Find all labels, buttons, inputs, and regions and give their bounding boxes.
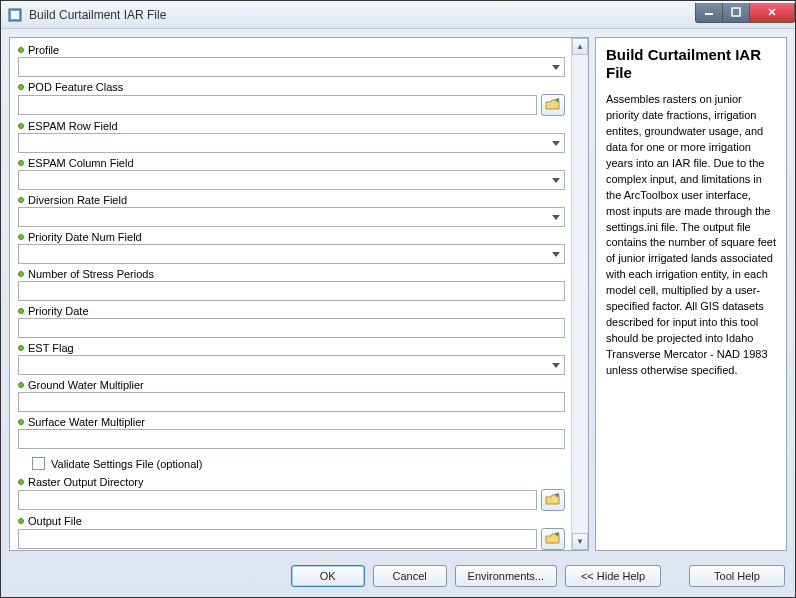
field-label: Number of Stress Periods: [28, 268, 154, 280]
required-indicator-icon: [18, 345, 24, 351]
required-indicator-icon: [18, 419, 24, 425]
minimize-button[interactable]: [695, 3, 723, 23]
required-indicator-icon: [18, 234, 24, 240]
field-label: Raster Output Directory: [28, 476, 144, 488]
dialog-window: Build Curtailment IAR File Profile POD F…: [0, 0, 796, 598]
parameters-panel: Profile POD Feature Class ESPAM Row Fiel…: [9, 37, 589, 551]
browse-button[interactable]: [541, 528, 565, 550]
priority-date-input[interactable]: [18, 318, 565, 338]
raster-output-input[interactable]: [18, 490, 537, 510]
button-bar: OK Cancel Environments... << Hide Help T…: [1, 559, 795, 597]
field-priority-date-num: Priority Date Num Field: [18, 231, 565, 264]
field-espam-column: ESPAM Column Field: [18, 157, 565, 190]
required-indicator-icon: [18, 47, 24, 53]
espam-column-dropdown[interactable]: [18, 170, 565, 190]
field-label: ESPAM Row Field: [28, 120, 118, 132]
gw-multiplier-input[interactable]: [18, 392, 565, 412]
browse-button[interactable]: [541, 94, 565, 116]
field-output-file: Output File: [18, 515, 565, 550]
field-validate-settings: Validate Settings File (optional): [18, 453, 565, 476]
diversion-rate-dropdown[interactable]: [18, 207, 565, 227]
field-label: EST Flag: [28, 342, 74, 354]
folder-open-icon: [545, 98, 561, 112]
required-indicator-icon: [18, 518, 24, 524]
priority-date-num-dropdown[interactable]: [18, 244, 565, 264]
field-label: Profile: [28, 44, 59, 56]
field-label: Validate Settings File (optional): [51, 458, 202, 470]
scroll-down-button[interactable]: ▼: [572, 533, 588, 550]
svg-rect-2: [705, 13, 713, 15]
required-indicator-icon: [18, 84, 24, 90]
required-indicator-icon: [18, 479, 24, 485]
content-area: Profile POD Feature Class ESPAM Row Fiel…: [1, 29, 795, 559]
app-icon: [7, 7, 23, 23]
validate-settings-checkbox[interactable]: [32, 457, 45, 470]
help-body: Assembles rasters on junior priority dat…: [606, 92, 776, 379]
folder-open-icon: [545, 532, 561, 546]
field-label: POD Feature Class: [28, 81, 123, 93]
field-stress-periods: Number of Stress Periods: [18, 268, 565, 301]
svg-rect-3: [732, 8, 740, 16]
window-controls: [696, 3, 795, 23]
required-indicator-icon: [18, 160, 24, 166]
required-indicator-icon: [18, 382, 24, 388]
field-pod-feature-class: POD Feature Class: [18, 81, 565, 116]
environments-button[interactable]: Environments...: [455, 565, 557, 587]
titlebar[interactable]: Build Curtailment IAR File: [1, 1, 795, 29]
scroll-track[interactable]: [572, 55, 588, 533]
svg-rect-1: [11, 11, 19, 19]
field-profile: Profile: [18, 44, 565, 77]
close-button[interactable]: [749, 3, 795, 23]
required-indicator-icon: [18, 123, 24, 129]
scroll-up-button[interactable]: ▲: [572, 38, 588, 55]
browse-button[interactable]: [541, 489, 565, 511]
field-gw-multiplier: Ground Water Multiplier: [18, 379, 565, 412]
field-sw-multiplier: Surface Water Multiplier: [18, 416, 565, 449]
field-label: Ground Water Multiplier: [28, 379, 144, 391]
field-espam-row: ESPAM Row Field: [18, 120, 565, 153]
help-panel: Build Curtailment IAR File Assembles ras…: [595, 37, 787, 551]
field-label: Priority Date Num Field: [28, 231, 142, 243]
pod-input[interactable]: [18, 95, 537, 115]
espam-row-dropdown[interactable]: [18, 133, 565, 153]
sw-multiplier-input[interactable]: [18, 429, 565, 449]
tool-help-button[interactable]: Tool Help: [689, 565, 785, 587]
parameters-scroll: Profile POD Feature Class ESPAM Row Fiel…: [10, 38, 571, 550]
profile-dropdown[interactable]: [18, 57, 565, 77]
ok-button[interactable]: OK: [291, 565, 365, 587]
field-diversion-rate: Diversion Rate Field: [18, 194, 565, 227]
field-est-flag: EST Flag: [18, 342, 565, 375]
required-indicator-icon: [18, 308, 24, 314]
field-raster-output-dir: Raster Output Directory: [18, 476, 565, 511]
help-title: Build Curtailment IAR File: [606, 46, 776, 82]
field-label: Surface Water Multiplier: [28, 416, 145, 428]
stress-periods-input[interactable]: [18, 281, 565, 301]
maximize-button[interactable]: [722, 3, 750, 23]
est-flag-dropdown[interactable]: [18, 355, 565, 375]
required-indicator-icon: [18, 197, 24, 203]
required-indicator-icon: [18, 271, 24, 277]
field-label: ESPAM Column Field: [28, 157, 134, 169]
window-title: Build Curtailment IAR File: [29, 8, 696, 22]
vertical-scrollbar[interactable]: ▲ ▼: [571, 38, 588, 550]
field-label: Output File: [28, 515, 82, 527]
hide-help-button[interactable]: << Hide Help: [565, 565, 661, 587]
cancel-button[interactable]: Cancel: [373, 565, 447, 587]
field-label: Diversion Rate Field: [28, 194, 127, 206]
folder-open-icon: [545, 493, 561, 507]
field-label: Priority Date: [28, 305, 89, 317]
field-priority-date: Priority Date: [18, 305, 565, 338]
output-file-input[interactable]: [18, 529, 537, 549]
